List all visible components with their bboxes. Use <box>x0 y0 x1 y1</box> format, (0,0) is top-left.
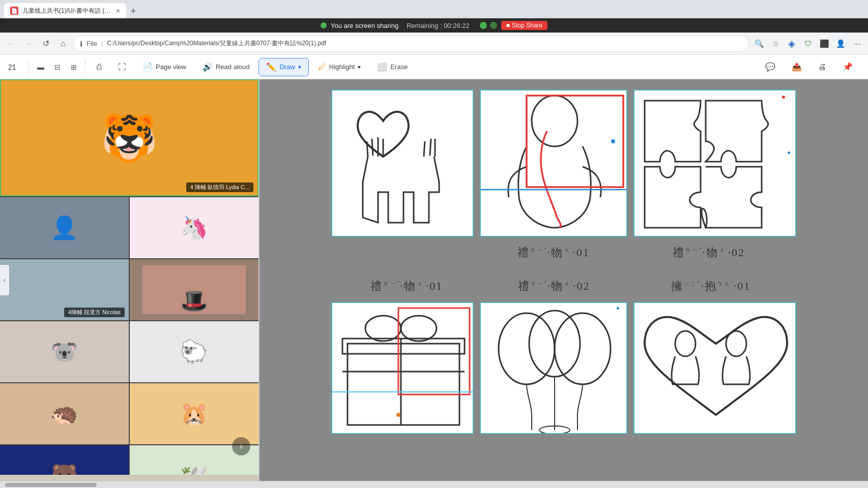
puzzle-card <box>633 89 796 237</box>
svg-point-16 <box>555 313 611 384</box>
extension-icon-3[interactable]: ⬛ <box>817 37 831 51</box>
room2-avatar: 🎩 <box>142 265 245 314</box>
tiger-avatar: 🐯 <box>101 115 158 161</box>
active-tab[interactable]: 📄 儿童线上共书(1)/U/-書中有話 (1... × <box>4 3 126 18</box>
more-options-icon[interactable]: ⋯ <box>850 37 864 51</box>
new-tab-button[interactable]: + <box>126 4 140 18</box>
video-next-button[interactable]: › <box>232 437 250 455</box>
home-button[interactable]: ⌂ <box>56 37 70 51</box>
pdf-content-area[interactable]: 禮ㄌㄧˇ·物ㄨˋ·01 禮ㄌㄧˇ·物ㄨˋ·02 禮ㄌㄧˇ·物ㄨˋ·01 禮ㄌㄧˇ… <box>259 79 868 481</box>
immersive-icon: ⎙ <box>97 63 102 72</box>
erase-icon: ⬜ <box>377 62 387 72</box>
draw-icon: ✏️ <box>266 62 276 72</box>
view-toggle-2[interactable]: ⊟ <box>50 58 65 76</box>
share-icon: 📤 <box>792 62 802 72</box>
address-bar[interactable]: ℹ File | C:/Users/pc/Desktop/Camp%20Mate… <box>73 36 749 52</box>
url-text: C:/Users/pc/Desktop/Camp%20Materials/兒童線… <box>107 39 742 48</box>
labels-row-1: 禮ㄌㄧˇ·物ㄨˋ·01 禮ㄌㄧˇ·物ㄨˋ·02 <box>337 245 790 260</box>
koala-avatar: 🐨 <box>50 339 78 365</box>
svg-point-18 <box>675 331 696 356</box>
left-arrow-icon: ‹ <box>4 277 6 284</box>
share-indicator <box>321 22 327 28</box>
address-bar-row: ← → ↺ ⌂ ℹ File | C:/Users/pc/Desktop/Cam… <box>0 33 868 55</box>
erase-button[interactable]: ⬜ Erase <box>370 58 415 76</box>
video-cell-tiger: 🐯 4 陣輔 臥情羽 Lydia C... <box>0 79 258 196</box>
scrollbar-thumb <box>5 483 97 487</box>
video-panel-resize-handle[interactable] <box>0 475 258 481</box>
account-icon[interactable]: 👤 <box>833 37 848 51</box>
forward-button[interactable]: → <box>21 37 36 51</box>
info-icon: ℹ <box>80 40 82 48</box>
video-cell-person1: 👤 <box>0 197 129 258</box>
highlight-button[interactable]: 🖊 Highlight ▾ <box>311 58 368 76</box>
hamster-avatar: 🐹 <box>180 401 208 427</box>
video-cell-room2: 🎩 <box>130 259 258 320</box>
balloons-svg <box>481 303 627 434</box>
balloons-card <box>480 302 627 434</box>
tab-bar: 📄 儿童线上共书(1)/U/-書中有話 (1... × + <box>0 0 868 18</box>
video-panel-left-arrow[interactable]: ‹ <box>0 265 9 295</box>
puzzle-svg <box>634 90 796 237</box>
hug01-label: 擁ㄩㄥˇ·抱ㄅㄠˋ·01 <box>632 279 790 294</box>
tab-favicon: 📄 <box>10 7 18 15</box>
back-button[interactable]: ← <box>4 37 18 51</box>
svg-point-19 <box>726 331 746 356</box>
horizontal-scrollbar[interactable] <box>0 481 868 488</box>
bear-blue-avatar: 🐻 <box>50 463 78 475</box>
highlight-icon: 🖊 <box>318 63 326 72</box>
red-dot-puzzle <box>782 96 785 99</box>
read-aloud-button[interactable]: 🔊 Read aloud <box>195 58 257 76</box>
stop-share-button[interactable]: ■ Stop Share <box>501 21 547 30</box>
person1-avatar: 👤 <box>50 215 78 241</box>
search-icon[interactable]: 🔍 <box>752 37 766 51</box>
video-cell-hedgehog: 🦔 <box>0 383 129 444</box>
toolbar-separator-1 <box>28 60 29 74</box>
tab-title: 儿童线上共书(1)/U/-書中有話 (1... <box>22 7 112 15</box>
share-timer: Remaining : 00:26:22 <box>407 22 470 29</box>
sheep-avatar: 🐑 <box>180 339 208 365</box>
gift-box-card <box>331 302 474 434</box>
svg-point-13 <box>396 413 400 417</box>
hands-heart-svg <box>332 90 474 237</box>
fit-icon: ⛶ <box>118 63 126 72</box>
fit-page-button[interactable]: ⛶ <box>111 58 133 76</box>
gift01-label: 禮ㄌㄧˇ·物ㄨˋ·01 <box>480 245 627 260</box>
page-view-button[interactable]: 📄 Page view <box>135 58 193 76</box>
top-cards-row <box>331 89 796 237</box>
print-button[interactable]: 🖨 <box>811 58 833 76</box>
screen-share-bar: You are screen sharing Remaining : 00:26… <box>0 18 868 33</box>
extension-icon-1[interactable]: ◈ <box>785 37 799 51</box>
pin-icon: 📌 <box>843 62 853 72</box>
reload-button[interactable]: ↺ <box>39 37 53 51</box>
video-cell-hamster: 🐹 <box>130 383 258 444</box>
view-toggle-1[interactable]: ▬ <box>33 58 48 76</box>
tiger-participant-label: 4 陣輔 臥情羽 Lydia C... <box>186 182 253 192</box>
draw-chevron-icon: ▾ <box>298 64 301 71</box>
share-button[interactable]: 📤 <box>785 58 809 76</box>
blue-dot-puzzle <box>788 151 790 154</box>
gift02-label: 禮ㄌㄧˇ·物ㄨˋ·02 <box>627 245 790 260</box>
pdf-toolbar: 21 ▬ ⊟ ⊞ ⎙ ⛶ 📄 Page view 🔊 Read aloud ✏️ <box>0 55 868 79</box>
figure-card <box>480 89 627 237</box>
immersive-reader-button[interactable]: ⎙ <box>90 58 109 76</box>
bookmark-icon[interactable]: ☆ <box>768 37 783 51</box>
bottom-cards-row <box>331 302 796 434</box>
extension-icon-2[interactable]: 🛡 <box>801 37 815 51</box>
toolbar-separator-2 <box>85 60 85 74</box>
page-number: 21 <box>8 63 20 71</box>
blue-gift-line <box>332 303 474 434</box>
heart-hug-svg <box>634 303 796 434</box>
double-page-icon: ⊟ <box>54 63 61 71</box>
blue-line-overlay <box>481 90 627 237</box>
draw-button[interactable]: ✏️ Draw ▾ <box>258 58 308 76</box>
tab-close-button[interactable]: × <box>116 7 120 15</box>
comment-button[interactable]: 💬 <box>758 58 783 76</box>
view-toggle-3[interactable]: ⊞ <box>67 58 81 76</box>
read-aloud-icon: 🔊 <box>202 62 213 72</box>
svg-point-14 <box>499 313 555 384</box>
heart-hug-card <box>633 302 796 434</box>
address-label: File <box>86 40 97 47</box>
screen-share-text: You are screen sharing <box>331 22 398 29</box>
pin-button[interactable]: 📌 <box>835 58 860 76</box>
grid-page-icon: ⊞ <box>71 63 77 71</box>
